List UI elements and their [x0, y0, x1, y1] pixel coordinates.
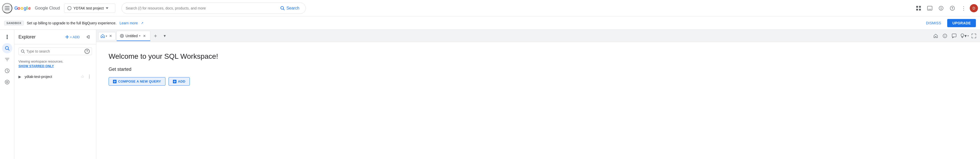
explorer-header: Explorer + ADD	[14, 30, 96, 44]
tab-bar: ▾ ✕ Untitled ▾ ✕ ＋ ▾	[96, 30, 980, 42]
terminal-icon	[927, 6, 932, 11]
tab-home-button[interactable]: ▾ ✕	[99, 32, 116, 40]
svg-text:g: g	[24, 6, 26, 11]
tree-more-button[interactable]: ⋮	[87, 74, 92, 79]
add-btn-icon	[173, 80, 177, 84]
svg-rect-2	[5, 10, 10, 10]
tab-bar-home-button[interactable]	[932, 32, 940, 40]
project-name: YDTAK test project	[73, 6, 104, 10]
svg-line-26	[8, 49, 9, 50]
user-avatar[interactable]: D	[970, 4, 978, 12]
side-icon-dot[interactable]	[2, 32, 12, 42]
explorer-collapse-button[interactable]	[84, 33, 92, 41]
svg-line-11	[283, 9, 285, 10]
add-icon	[65, 35, 69, 39]
external-link-icon: ↗	[141, 21, 143, 25]
nav-right: 1 ? ⋮ D	[913, 3, 978, 13]
tab-bar-info-button[interactable]	[941, 32, 949, 40]
svg-rect-1	[5, 8, 10, 8]
compose-new-query-button[interactable]: COMPOSE A NEW QUERY	[108, 77, 165, 86]
workspace-actions: COMPOSE A NEW QUERY ADD	[108, 77, 968, 86]
svg-line-37	[24, 52, 25, 53]
main-layout: Explorer + ADD	[0, 30, 980, 159]
more-options-button[interactable]: ⋮	[958, 3, 969, 13]
tab-home-close-button[interactable]: ✕	[108, 33, 113, 39]
svg-point-38	[120, 34, 124, 37]
tab-bar-chat-button[interactable]	[950, 32, 958, 40]
tab-add-button[interactable]: ＋	[151, 32, 159, 40]
sandbox-message: Set up billing to upgrade to the full Bi…	[27, 21, 116, 25]
content-area: ▾ ✕ Untitled ▾ ✕ ＋ ▾	[96, 30, 980, 159]
dismiss-button[interactable]: DISMISS	[923, 19, 944, 27]
svg-text:1: 1	[940, 7, 942, 10]
explorer-search-help-icon[interactable]: ?	[84, 49, 90, 54]
sandbox-banner: SANDBOX Set up billing to upgrade to the…	[0, 16, 980, 30]
svg-rect-12	[916, 6, 918, 8]
tab-query-icon	[120, 34, 124, 38]
explorer-info: Viewing workspace resources. SHOW STARRE…	[14, 58, 96, 70]
tab-untitled-close-button[interactable]: ✕	[142, 33, 147, 39]
explorer-search-input[interactable]	[26, 49, 83, 53]
notification-icon: 1	[939, 6, 943, 11]
tab-bar-bulb-button[interactable]: ▾	[959, 32, 967, 40]
svg-point-42	[945, 35, 945, 35]
learn-more-link[interactable]: Learn more	[119, 21, 138, 25]
terminal-button[interactable]	[925, 3, 935, 13]
side-icon-history[interactable]	[2, 66, 12, 76]
tab-untitled[interactable]: Untitled ▾ ✕	[116, 31, 150, 41]
tab-more-button[interactable]: ▾	[161, 32, 169, 40]
explorer-search-area: ?	[14, 44, 96, 58]
top-nav: G o o g l e Google Cloud YDTAK test proj…	[0, 0, 980, 16]
tab-bar-bulb-dropdown: ▾	[967, 34, 969, 37]
notification-button[interactable]: 1	[936, 3, 946, 13]
svg-point-24	[6, 38, 8, 39]
tab-add-icon: ＋	[153, 32, 158, 39]
upgrade-button[interactable]: UPGRADE	[947, 19, 976, 27]
tab-untitled-label: Untitled	[126, 34, 138, 38]
svg-rect-15	[919, 9, 921, 11]
hamburger-menu-button[interactable]	[2, 3, 12, 13]
google-cloud-text: Google Cloud	[35, 6, 60, 11]
tab-bar-expand-button[interactable]	[970, 32, 978, 40]
side-icon-bar	[0, 30, 14, 159]
svg-rect-0	[5, 6, 10, 7]
side-filter-icon	[5, 57, 10, 62]
svg-point-32	[6, 81, 8, 83]
tab-bar-expand-icon	[972, 34, 976, 38]
global-search-bar: Search	[121, 3, 306, 14]
add-button[interactable]: ADD	[169, 77, 190, 86]
tab-dropdown-icon: ▾	[106, 35, 107, 37]
explorer-add-label: + ADD	[70, 35, 80, 39]
apps-button[interactable]	[913, 3, 924, 13]
explorer-info-text: Viewing workspace resources.	[18, 59, 63, 63]
sandbox-badge: SANDBOX	[4, 21, 24, 26]
help-button[interactable]: ?	[947, 3, 958, 13]
collapse-icon	[86, 35, 90, 39]
tab-untitled-dropdown-icon: ▾	[139, 34, 140, 37]
sandbox-actions: DISMISS UPGRADE	[923, 19, 976, 27]
side-icon-search[interactable]	[2, 43, 12, 53]
tree-star-button[interactable]: ☆	[80, 74, 85, 79]
tab-home-icon	[101, 34, 105, 38]
tab-more-icon: ▾	[164, 33, 166, 38]
bulb-dropdown-icon: ▾	[964, 33, 967, 39]
compose-plus-icon	[113, 80, 116, 84]
global-search-button[interactable]: Search	[278, 5, 301, 11]
global-search-input[interactable]	[126, 6, 276, 10]
tab-bar-right: ▾ ▾	[932, 32, 978, 40]
explorer-panel: Explorer + ADD	[14, 30, 96, 159]
show-starred-link[interactable]: SHOW STARRED ONLY	[18, 64, 92, 68]
help-icon: ?	[950, 6, 955, 11]
search-button-label: Search	[286, 6, 299, 11]
explorer-add-button[interactable]: + ADD	[63, 34, 82, 40]
svg-rect-43	[952, 34, 956, 37]
side-icon-share[interactable]	[2, 77, 12, 87]
side-history-icon	[5, 68, 10, 73]
tree-item[interactable]: ▶ ydtak-test-project ☆ ⋮	[14, 72, 96, 81]
tree-arrow-icon: ▶	[18, 75, 22, 79]
explorer-search-icon	[21, 49, 25, 53]
side-share-icon	[5, 79, 10, 85]
side-icon-filter[interactable]	[2, 55, 12, 64]
project-selector[interactable]: YDTAK test project	[64, 3, 115, 13]
workspace-subtitle: Get started	[108, 67, 968, 72]
